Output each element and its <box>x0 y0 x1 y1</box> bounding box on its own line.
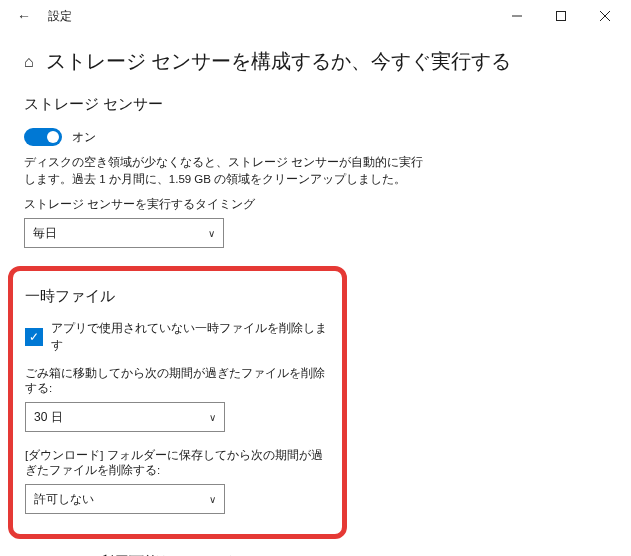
recycle-dropdown[interactable]: 30 日 ∨ <box>25 402 225 432</box>
page-title: ストレージ センサーを構成するか、今すぐ実行する <box>46 48 512 75</box>
checkmark-icon: ✓ <box>29 331 39 343</box>
close-icon <box>600 11 610 21</box>
temp-files-highlight: 一時ファイル ✓ アプリで使用されていない一時ファイルを削除します ごみ箱に移動… <box>8 266 347 539</box>
storage-sense-heading: ストレージ センサー <box>24 95 607 114</box>
window-titlebar: ← 設定 <box>0 0 631 32</box>
storage-sense-toggle[interactable] <box>24 128 62 146</box>
downloads-label: [ダウンロード] フォルダーに保存してから次の期間が過ぎたファイルを削除する: <box>25 448 328 478</box>
home-icon[interactable]: ⌂ <box>24 53 34 71</box>
recycle-label: ごみ箱に移動してから次の期間が過ぎたファイルを削除する: <box>25 366 328 396</box>
window-controls <box>495 0 627 32</box>
timing-value: 毎日 <box>33 225 57 242</box>
downloads-dropdown[interactable]: 許可しない ∨ <box>25 484 225 514</box>
temp-files-heading: 一時ファイル <box>25 287 328 306</box>
delete-temp-checkbox[interactable]: ✓ <box>25 328 43 346</box>
timing-label: ストレージ センサーを実行するタイミング <box>24 197 607 212</box>
delete-temp-label: アプリで使用されていない一時ファイルを削除します <box>51 320 328 354</box>
chevron-down-icon: ∨ <box>208 228 215 239</box>
recycle-value: 30 日 <box>34 409 63 426</box>
arrow-left-icon: ← <box>17 8 31 24</box>
toggle-knob <box>47 131 59 143</box>
downloads-value: 許可しない <box>34 491 94 508</box>
minimize-icon <box>512 11 522 21</box>
storage-sense-description: ディスクの空き領域が少なくなると、ストレージ センサーが自動的に実行します。過去… <box>24 154 434 187</box>
page-header: ⌂ ストレージ センサーを構成するか、今すぐ実行する <box>24 48 607 75</box>
maximize-button[interactable] <box>539 0 583 32</box>
minimize-button[interactable] <box>495 0 539 32</box>
close-button[interactable] <box>583 0 627 32</box>
toggle-label: オン <box>72 129 96 146</box>
timing-dropdown[interactable]: 毎日 ∨ <box>24 218 224 248</box>
chevron-down-icon: ∨ <box>209 494 216 505</box>
svg-rect-1 <box>557 12 566 21</box>
chevron-down-icon: ∨ <box>209 412 216 423</box>
window-title: 設定 <box>48 8 72 25</box>
back-button[interactable]: ← <box>4 0 44 32</box>
maximize-icon <box>556 11 566 21</box>
